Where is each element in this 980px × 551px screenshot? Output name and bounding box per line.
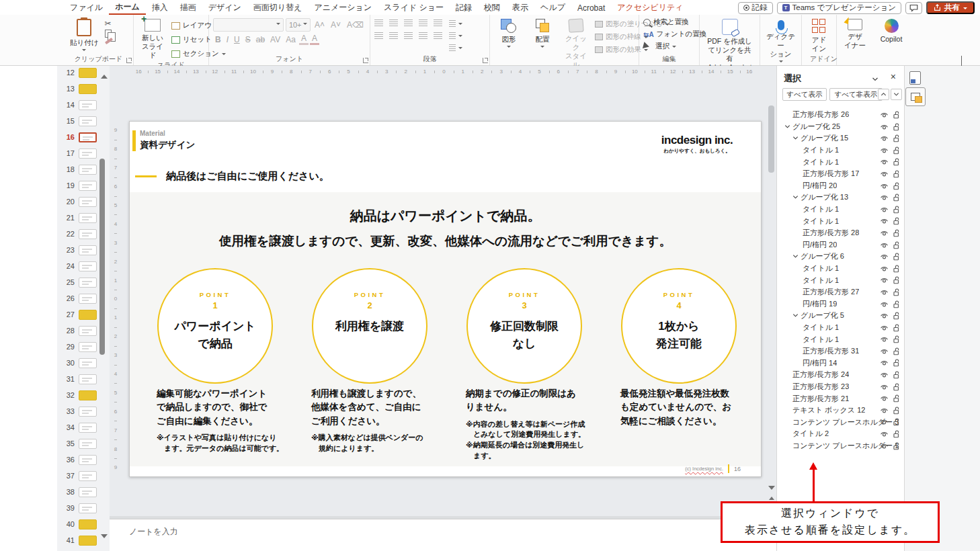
underline-button[interactable]: U <box>232 35 242 44</box>
menu-tab[interactable]: 描画 <box>174 0 202 15</box>
selection-item[interactable]: 正方形/長方形 31 <box>777 345 905 357</box>
arrange-button[interactable]: 配置 <box>528 18 557 71</box>
dialog-launcher-icon[interactable] <box>483 58 488 63</box>
visibility-eye-icon[interactable] <box>880 169 889 179</box>
unlock-icon[interactable] <box>893 169 901 179</box>
find-replace-button[interactable]: 検索と置換 <box>643 17 695 27</box>
grow-font-button[interactable]: A˄ <box>313 20 327 30</box>
scroll-up-icon[interactable] <box>101 71 108 79</box>
chevron-down-icon[interactable] <box>792 253 801 259</box>
selection-item[interactable]: 正方形/長方形 27 <box>777 286 905 298</box>
scroll-down-icon[interactable] <box>101 534 108 542</box>
visibility-eye-icon[interactable] <box>880 417 889 427</box>
unlock-icon[interactable] <box>893 358 901 368</box>
create-pdf-button[interactable]: PDF を作成し てリンクを共有 <box>704 18 756 64</box>
unlock-icon[interactable] <box>893 157 901 167</box>
menu-tab[interactable]: アニメーション <box>308 0 378 15</box>
unlock-icon[interactable] <box>893 417 901 427</box>
bullets-icon[interactable] <box>374 19 383 26</box>
unlock-icon[interactable] <box>893 323 901 333</box>
visibility-eye-icon[interactable] <box>880 358 889 368</box>
close-icon[interactable]: × <box>891 71 896 82</box>
scroll-down-button[interactable] <box>768 485 775 493</box>
designer-button[interactable]: デザ イナー <box>840 18 870 54</box>
align-right-icon[interactable] <box>404 32 413 39</box>
font-size-combobox[interactable]: 10+ <box>286 18 311 32</box>
align-text-button[interactable] <box>449 32 462 40</box>
thumbnail-scrollbar[interactable] <box>101 71 108 542</box>
pane-options-chevron[interactable] <box>872 73 879 85</box>
text-direction-button[interactable] <box>449 19 462 28</box>
paste-button[interactable]: 貼り付け <box>68 18 101 54</box>
editor-vertical-scrollbar[interactable] <box>768 69 775 516</box>
unlock-icon[interactable] <box>893 347 901 357</box>
menu-tab[interactable]: ホーム <box>109 0 146 15</box>
indent-decrease-icon[interactable] <box>404 19 413 26</box>
unlock-icon[interactable] <box>893 300 901 310</box>
unlock-icon[interactable] <box>893 335 901 345</box>
visibility-eye-icon[interactable] <box>880 157 889 167</box>
shrink-font-button[interactable]: A˅ <box>329 20 343 30</box>
selection-item[interactable]: タイトル 2 <box>777 428 905 440</box>
point-circle-3[interactable]: POINT3修正回数制限 なし <box>466 268 582 384</box>
slide-canvas[interactable]: Material 資料デザイン incdesign inc. わかりやすく、おも… <box>129 121 762 477</box>
menu-tab[interactable]: 記録 <box>450 0 478 15</box>
unlock-icon[interactable] <box>893 110 901 120</box>
visibility-eye-icon[interactable] <box>880 181 889 192</box>
menu-tab[interactable]: 挿入 <box>146 0 174 15</box>
font-name-combobox[interactable] <box>213 18 284 32</box>
copilot-button[interactable]: Copilot <box>876 18 906 54</box>
visibility-eye-icon[interactable] <box>880 311 889 321</box>
point-circle-2[interactable]: POINT2利用権を譲渡 <box>312 268 427 384</box>
selection-item[interactable]: タイトル 1 <box>777 204 905 216</box>
change-case-button[interactable]: Aa <box>284 35 298 44</box>
selection-item[interactable]: 正方形/長方形 26 <box>777 109 905 121</box>
selection-pane-toggle-button[interactable] <box>905 87 926 106</box>
unlock-icon[interactable] <box>893 134 901 144</box>
new-slide-button[interactable]: 新しい スライド <box>138 18 167 60</box>
thumbnail-scrollbar-thumb[interactable] <box>99 159 105 355</box>
selection-item[interactable]: グループ化 5 <box>777 310 905 322</box>
selection-item[interactable]: タイトル 1 <box>777 215 905 227</box>
dialog-launcher-icon[interactable] <box>126 58 132 63</box>
dictate-button[interactable]: ディクテー ション <box>764 18 797 65</box>
convert-smartart-button[interactable] <box>449 44 462 52</box>
font-color-button[interactable]: A <box>310 34 319 45</box>
visibility-eye-icon[interactable] <box>880 205 889 215</box>
unlock-icon[interactable] <box>893 406 901 416</box>
visibility-eye-icon[interactable] <box>880 394 889 404</box>
chevron-down-icon[interactable] <box>792 194 801 200</box>
point-circle-4[interactable]: POINT41枚から 発注可能 <box>621 268 737 384</box>
editor-scrollbar-thumb[interactable] <box>768 105 774 173</box>
menu-tab[interactable]: 画面切り替え <box>247 0 309 15</box>
visibility-eye-icon[interactable] <box>880 300 889 310</box>
point-description-3[interactable]: 納期までの修正の制限はあ りません。※内容の差し替え等は新ページ作成 とみなして… <box>466 387 612 462</box>
menu-tab[interactable]: スライド ショー <box>378 0 450 15</box>
visibility-eye-icon[interactable] <box>880 288 889 298</box>
ribbon-collapse-button[interactable] <box>961 56 971 62</box>
indent-increase-icon[interactable] <box>419 19 427 26</box>
visibility-eye-icon[interactable] <box>880 276 889 286</box>
visibility-eye-icon[interactable] <box>880 370 889 380</box>
notes-pane[interactable]: ノートを入力 <box>110 519 776 551</box>
unlock-icon[interactable] <box>893 276 901 286</box>
character-spacing-button[interactable]: AV <box>268 35 282 44</box>
bold-button[interactable]: B <box>213 35 223 44</box>
chevron-down-icon[interactable] <box>784 124 792 130</box>
unlock-icon[interactable] <box>893 311 901 321</box>
chevron-down-icon[interactable] <box>792 135 801 141</box>
visibility-eye-icon[interactable] <box>880 441 889 452</box>
menu-tab[interactable]: 表示 <box>506 0 534 15</box>
unlock-icon[interactable] <box>893 394 901 404</box>
send-backward-button[interactable] <box>891 89 902 100</box>
hide-all-button[interactable]: すべて非表示 <box>829 88 883 101</box>
unlock-icon[interactable] <box>893 205 901 215</box>
numbering-icon[interactable] <box>389 19 398 26</box>
selection-item[interactable]: 円/楕円 14 <box>777 357 905 369</box>
lead-text-2[interactable]: 使用権を譲渡しますので、更新、改変、他媒体への流用などでご利用できます。 <box>130 232 761 249</box>
justify-icon[interactable] <box>419 32 427 39</box>
selection-item[interactable]: コンテンツ プレースホルダー 1 <box>777 440 905 452</box>
selection-item[interactable]: グループ化 6 <box>777 251 905 263</box>
columns-icon[interactable] <box>434 32 442 39</box>
dialog-launcher-icon[interactable] <box>363 58 368 63</box>
